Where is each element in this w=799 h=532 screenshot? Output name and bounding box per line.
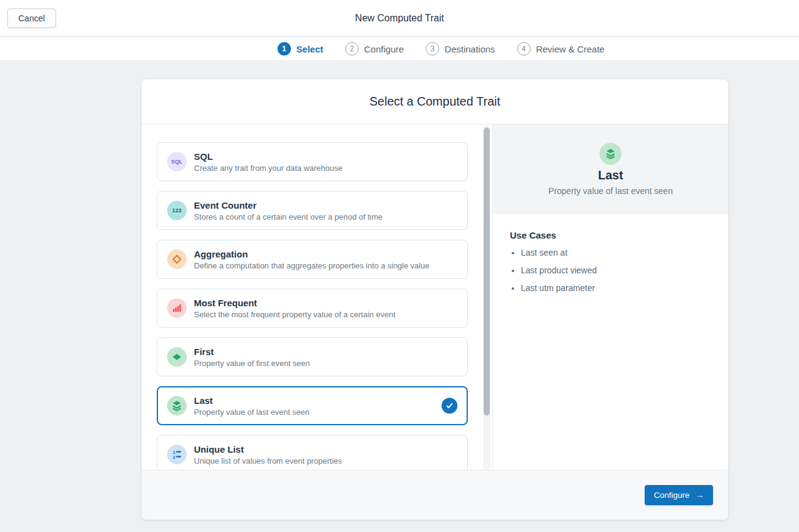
trait-name: Last	[194, 395, 309, 406]
trait-item-event-counter[interactable]: 123 Event Counter Stores a count of a ce…	[157, 191, 468, 230]
use-case-item: Last product viewed	[521, 265, 711, 275]
step-destinations[interactable]: 3 Destinations	[426, 42, 495, 56]
trait-description: Property value of first event seen	[194, 359, 310, 368]
arrow-right-icon: →	[696, 491, 704, 500]
step-label: Configure	[364, 44, 404, 54]
use-case-item: Last utm parameter	[521, 283, 711, 293]
stepper: 1 Select2 Configure3 Destinations4 Revie…	[278, 42, 604, 56]
trait-name: Event Counter	[194, 200, 382, 210]
page-title: New Computed Trait	[0, 0, 799, 37]
layers-icon	[167, 396, 187, 415]
step-number-circle: 3	[426, 42, 439, 56]
trait-text: First Property value of first event seen	[194, 347, 310, 368]
use-cases-title: Use Cases	[510, 230, 711, 240]
step-label: Select	[296, 44, 323, 54]
step-number-circle: 4	[517, 42, 531, 56]
trait-description: Stores a count of a certain event over a…	[194, 212, 382, 221]
detail-header: Last Property value of last event seen	[493, 124, 728, 214]
trait-description: Select the most frequent property value …	[194, 310, 395, 319]
trait-text: SQL Create any trait from your data ware…	[194, 151, 343, 173]
numbered-list-icon: 1 2	[167, 445, 187, 464]
trait-detail-panel: Last Property value of last event seen U…	[492, 124, 728, 470]
trait-list: SQL SQL Create any trait from your data …	[142, 124, 492, 470]
step-number-circle: 2	[345, 42, 359, 56]
aggregation-diamond-dots-icon	[167, 250, 187, 269]
trait-name: Most Frequent	[194, 298, 395, 308]
trait-name: First	[194, 347, 310, 357]
trait-text: Aggregation Define a computation that ag…	[194, 249, 429, 270]
bar-chart-icon	[167, 298, 187, 318]
detail-subtitle: Property value of last event seen	[548, 186, 673, 196]
top-header-bar: Cancel New Computed Trait	[0, 0, 799, 37]
step-configure[interactable]: 2 Configure	[345, 42, 404, 56]
use-cases-section: Use Cases Last seen atLast product viewe…	[493, 214, 728, 317]
scrollbar-thumb[interactable]	[484, 128, 490, 415]
scrollbar-track[interactable]	[483, 125, 490, 470]
trait-item-sql[interactable]: SQL SQL Create any trait from your data …	[157, 142, 468, 181]
stepper-bar: 1 Select2 Configure3 Destinations4 Revie…	[0, 37, 799, 61]
diamond-icon	[167, 347, 187, 367]
trait-list-container: SQL SQL Create any trait from your data …	[142, 124, 492, 470]
step-label: Review & Create	[536, 44, 605, 54]
trait-name: Aggregation	[194, 249, 429, 259]
trait-item-last[interactable]: Last Property value of last event seen	[157, 386, 468, 425]
sql-badge-icon: SQL	[167, 152, 187, 171]
trait-text: Event Counter Stores a count of a certai…	[194, 200, 382, 221]
step-number-circle: 1	[278, 42, 291, 56]
step-select[interactable]: 1 Select	[278, 42, 323, 56]
trait-text: Most Frequent Select the most frequent p…	[194, 298, 395, 319]
step-label: Destinations	[445, 44, 495, 54]
counter-123-icon: 123	[167, 201, 187, 220]
trait-name: SQL	[194, 151, 343, 162]
trait-item-unique-list[interactable]: 1 2 Unique List Unique list of values fr…	[157, 435, 468, 470]
card-title: Select a Computed Trait	[142, 79, 728, 124]
trait-item-aggregation[interactable]: Aggregation Define a computation that ag…	[157, 240, 468, 279]
svg-text:2: 2	[173, 455, 176, 460]
trait-description: Property value of last event seen	[194, 408, 309, 417]
configure-button-label: Configure	[654, 491, 690, 500]
detail-title: Last	[598, 168, 623, 182]
trait-item-first[interactable]: First Property value of first event seen	[157, 337, 468, 376]
trait-description: Create any trait from your data warehous…	[194, 164, 343, 173]
trait-item-most-frequent[interactable]: Most Frequent Select the most frequent p…	[157, 289, 468, 328]
trait-description: Unique list of values from event propert…	[194, 456, 342, 466]
selected-check-icon	[442, 398, 457, 414]
trait-name: Unique List	[194, 444, 342, 455]
layers-icon	[600, 143, 622, 165]
trait-text: Unique List Unique list of values from e…	[194, 444, 342, 466]
select-trait-card: Select a Computed Trait SQL SQL Create a…	[142, 79, 728, 520]
card-body: SQL SQL Create any trait from your data …	[142, 124, 728, 470]
step-review-create[interactable]: 4 Review & Create	[517, 42, 605, 56]
use-case-item: Last seen at	[521, 248, 711, 257]
configure-button[interactable]: Configure →	[645, 485, 713, 505]
trait-text: Last Property value of last event seen	[194, 395, 309, 417]
use-case-list: Last seen atLast product viewedLast utm …	[521, 248, 711, 293]
card-footer: Configure →	[142, 470, 728, 520]
trait-description: Define a computation that aggregates pro…	[194, 261, 429, 270]
